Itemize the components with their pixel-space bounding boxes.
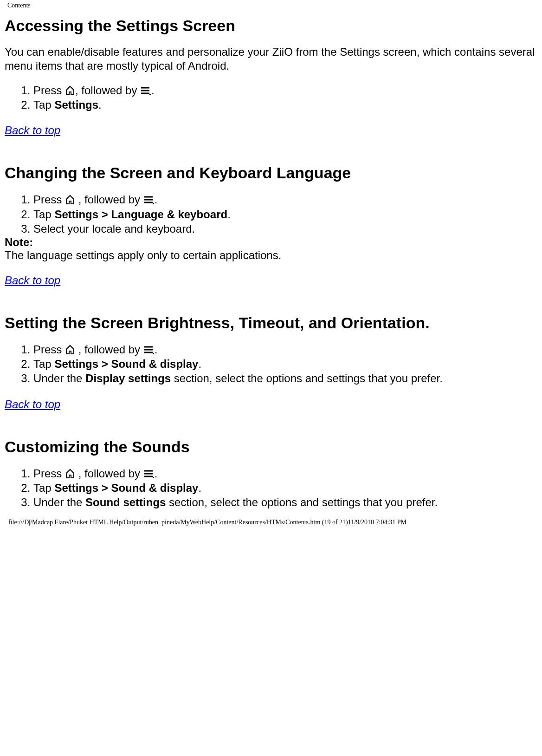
steps-list: Press , followed by . Tap Settings > Sou… (5, 466, 537, 510)
heading-changing-language: Changing the Screen and Keyboard Languag… (5, 164, 537, 182)
heading-screen-brightness: Setting the Screen Brightness, Timeout, … (5, 314, 537, 332)
step-text: , followed by (75, 84, 140, 97)
step-text: . (155, 343, 158, 356)
list-item: Tap Settings > Sound & display. (33, 357, 537, 371)
step-text: , followed by (75, 343, 143, 356)
intro-paragraph: You can enable/disable features and pers… (5, 45, 537, 73)
step-text: Press (33, 84, 65, 97)
step-text: . (155, 193, 158, 206)
step-bold: Settings > Language & keyboard (54, 208, 227, 221)
step-bold: Display settings (85, 372, 171, 385)
steps-list: Press , followed by . Tap Settings. (5, 83, 537, 112)
step-text: , followed by (75, 467, 143, 480)
back-to-top-link[interactable]: Back to top (5, 398, 60, 411)
heading-customizing-sounds: Customizing the Sounds (5, 438, 537, 456)
home-icon (65, 469, 75, 479)
menu-icon (143, 345, 155, 355)
list-item: Under the Display settings section, sele… (33, 371, 537, 385)
back-to-top-link[interactable]: Back to top (5, 124, 60, 137)
step-text: . (151, 84, 155, 97)
step-text: Press (33, 467, 65, 480)
step-bold: Settings > Sound & display (54, 358, 198, 370)
step-bold: Settings (54, 98, 98, 111)
step-bold: Sound settings (85, 496, 166, 508)
menu-icon (140, 85, 151, 96)
steps-list: Press , followed by . Tap Settings > Sou… (5, 342, 537, 386)
step-text: , followed by (75, 193, 143, 206)
step-text: Press (33, 343, 65, 356)
list-item: Press , followed by . (33, 466, 537, 481)
step-text: Tap (33, 482, 54, 494)
steps-list: Press , followed by . Tap Settings > Lan… (5, 192, 537, 236)
step-text: Under the (33, 496, 85, 508)
list-item: Press , followed by . (33, 342, 537, 357)
step-text: Tap (33, 98, 54, 111)
list-item: Tap Settings > Sound & display. (33, 481, 537, 495)
page-footer: file:///D|/Madcap Flare/Phuket HTML Help… (5, 509, 537, 529)
menu-icon (143, 469, 155, 479)
step-text: section, select the options and settings… (166, 496, 438, 508)
step-text: . (198, 482, 201, 494)
list-item: Press , followed by . (33, 83, 537, 98)
page-header: Contents (5, 0, 537, 14)
note-label: Note: (5, 236, 537, 249)
home-icon (65, 345, 75, 355)
note-text: The language settings apply only to cert… (5, 249, 537, 262)
step-text: section, select the options and settings… (171, 372, 443, 385)
list-item: Press , followed by . (33, 192, 537, 207)
step-text: Tap (33, 208, 54, 221)
menu-icon (143, 195, 155, 205)
step-text: . (155, 467, 158, 480)
step-text: Press (33, 193, 65, 206)
list-item: Tap Settings > Language & keyboard. (33, 207, 537, 222)
step-text: Under the (33, 372, 85, 385)
home-icon (65, 195, 75, 205)
list-item: Tap Settings. (33, 98, 537, 112)
step-text: . (198, 358, 201, 370)
heading-accessing-settings: Accessing the Settings Screen (5, 17, 537, 35)
list-item: Under the Sound settings section, select… (33, 495, 537, 509)
step-text: . (227, 208, 231, 221)
home-icon (65, 85, 75, 96)
step-bold: Settings > Sound & display (54, 482, 198, 494)
step-text: . (98, 98, 102, 111)
step-text: Tap (33, 358, 54, 370)
list-item: Select your locale and keyboard. (33, 222, 537, 236)
back-to-top-link[interactable]: Back to top (5, 274, 60, 287)
